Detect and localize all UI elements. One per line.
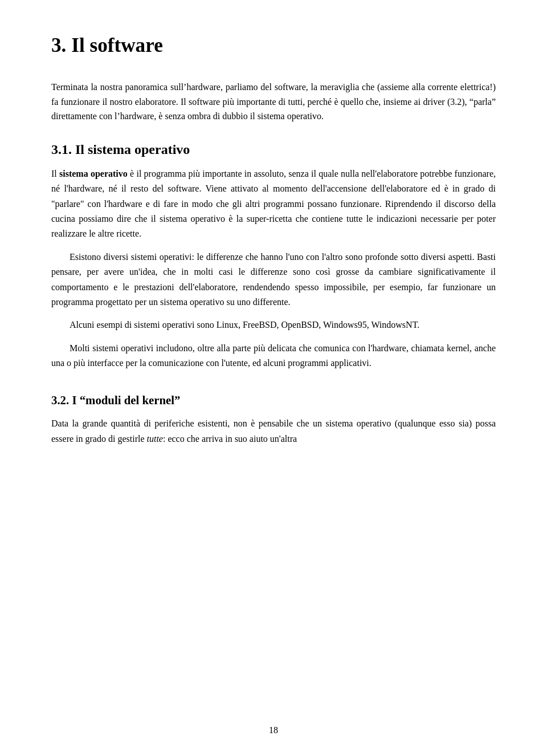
italic-tutte: tutte xyxy=(147,434,163,444)
page-number: 18 xyxy=(0,725,547,735)
section1-paragraph1: Il sistema operativo è il programma più … xyxy=(51,166,496,242)
chapter-title: 3. Il software xyxy=(51,34,496,57)
section1-title: 3.1. Il sistema operativo xyxy=(51,142,496,157)
bold-kernel: kernel xyxy=(447,343,470,353)
bold-sistema-operativo: sistema operativo xyxy=(59,169,128,178)
section1-paragraph4: Molti sistemi operativi includono, oltre… xyxy=(51,341,496,371)
section2-paragraph1: Data la grande quantità di periferiche e… xyxy=(51,416,496,446)
intro-paragraph: Terminata la nostra panoramica sull’hard… xyxy=(51,80,496,124)
section1-paragraph3: Alcuni esempi di sistemi operativi sono … xyxy=(51,318,496,332)
page: 3. Il software Terminata la nostra panor… xyxy=(0,0,547,756)
section2-title: 3.2. I “moduli del kernel” xyxy=(51,393,496,407)
section1-paragraph2: Esistono diversi sistemi operativi: le d… xyxy=(51,250,496,310)
